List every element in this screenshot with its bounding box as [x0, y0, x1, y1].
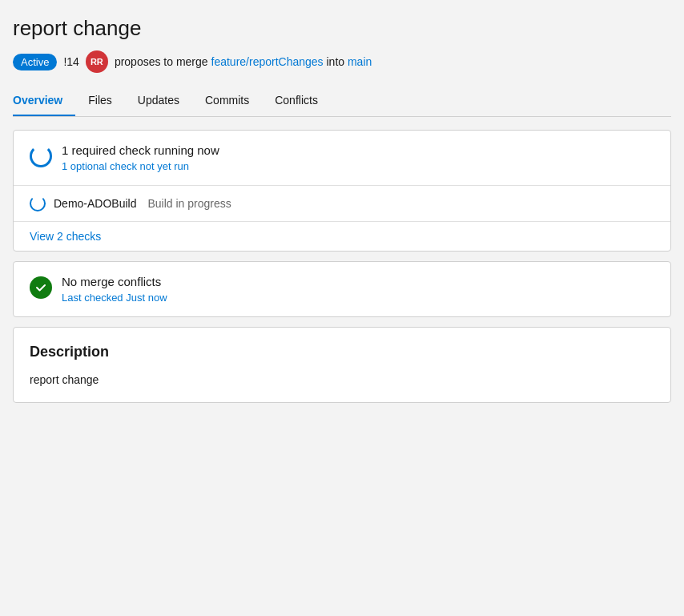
last-checked: Last checked Just now	[62, 292, 167, 304]
tabs-nav: Overview Files Updates Commits Conflicts	[13, 86, 671, 117]
merge-conflicts-card: No merge conflicts Last checked Just now	[13, 261, 671, 317]
status-badge: Active	[13, 54, 57, 70]
page-title: report change	[13, 16, 671, 41]
tab-conflicts[interactable]: Conflicts	[262, 86, 331, 116]
no-conflicts-text: No merge conflicts Last checked Just now	[62, 275, 167, 304]
pr-meta: Active !14 RR proposes to merge feature/…	[13, 50, 671, 73]
checks-card: 1 required check running now 1 optional …	[13, 130, 671, 252]
merge-text: proposes to merge	[115, 55, 208, 68]
page-container: report change Active !14 RR proposes to …	[0, 0, 684, 616]
check-item-running-icon	[30, 195, 46, 211]
success-icon	[30, 276, 52, 299]
source-branch-link[interactable]: feature/reportChanges	[211, 55, 324, 68]
tab-overview[interactable]: Overview	[13, 86, 75, 116]
tab-files[interactable]: Files	[75, 86, 125, 116]
view-checks-row: View 2 checks	[14, 221, 670, 251]
no-conflicts-title: No merge conflicts	[62, 275, 167, 288]
last-checked-value: Just now	[126, 292, 167, 304]
target-branch-link[interactable]: main	[348, 55, 372, 68]
check-running-icon	[30, 145, 52, 167]
tab-commits[interactable]: Commits	[192, 86, 262, 116]
check-item: Demo-ADOBuild Build in progress	[14, 185, 670, 221]
view-checks-link[interactable]: View 2 checks	[30, 230, 101, 243]
description-heading: Description	[30, 344, 654, 360]
into-text: into	[326, 55, 347, 68]
optional-check-link[interactable]: 1 optional check not yet run	[62, 160, 219, 172]
description-card: Description report change	[13, 327, 671, 403]
pr-description: proposes to merge feature/reportChanges …	[115, 55, 372, 68]
required-check-text: 1 required check running now	[62, 143, 219, 157]
no-conflicts: No merge conflicts Last checked Just now	[14, 262, 670, 316]
check-item-status: Build in progress	[147, 197, 231, 210]
tab-updates[interactable]: Updates	[125, 86, 192, 116]
check-item-name: Demo-ADOBuild	[54, 197, 136, 210]
check-summary: 1 required check running now 1 optional …	[14, 131, 670, 185]
check-summary-text: 1 required check running now 1 optional …	[62, 143, 219, 172]
avatar: RR	[86, 50, 108, 73]
pr-number: !14	[63, 55, 78, 68]
last-checked-label: Last checked	[62, 292, 123, 304]
description-body: report change	[30, 373, 654, 386]
